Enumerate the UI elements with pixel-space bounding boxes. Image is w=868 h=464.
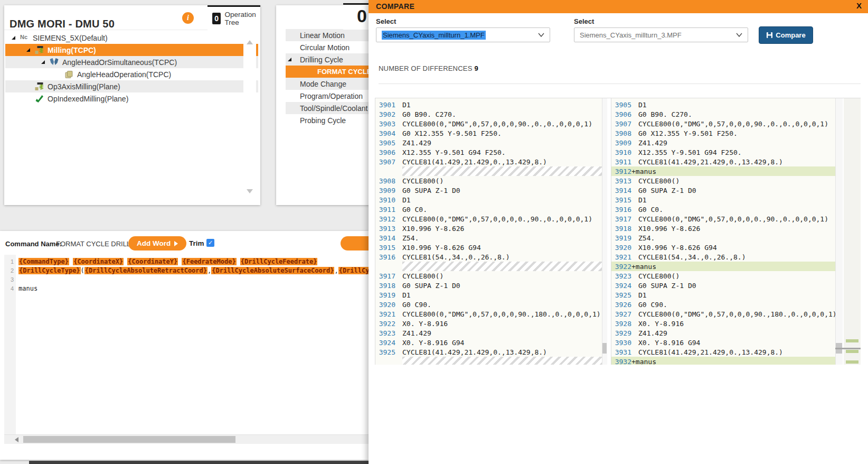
file-select-right[interactable]: Siemens_CYaxis_millturn_3.MPF (574, 27, 748, 42)
operation-tree: NcSIEMENS_5X(Default)Milling(TCPC)AngleH… (5, 32, 258, 105)
line-number: 3925 (611, 291, 631, 299)
line-text: G0 SUPA Z-1 D0 (402, 187, 460, 194)
hatch-pattern (402, 262, 607, 271)
line-number: 3906 (611, 110, 631, 118)
add-word-button[interactable]: Add Word (128, 236, 186, 250)
code-line: 3908CYCLE800() (375, 176, 607, 185)
code-line: 3925CYCLE81(41.429,21.429,0.,13.429,8.) (375, 347, 607, 357)
compare-button[interactable]: Compare (759, 26, 813, 44)
line-text: G0 C0. (638, 206, 663, 214)
machine-panel: DMG MORI - DMU 50 i 0 Operation Tree NcS… (4, 5, 260, 205)
trim-checkbox[interactable]: ✓ (206, 239, 214, 247)
command-list-item-label: Probing Cycle (300, 116, 346, 125)
line-text: CYCLE800() (402, 177, 444, 185)
tree-item-label: Milling(TCPC) (48, 46, 96, 54)
line-text: G0 C90. (402, 301, 431, 309)
compare-overlay: COMPARE X Select Select Siemens_CYaxis_m… (369, 0, 868, 464)
scrollbar-thumb-left[interactable] (602, 343, 607, 354)
window-edge (29, 461, 369, 464)
line-number: 3912 (611, 168, 631, 175)
select-label-right: Select (574, 17, 594, 25)
line-text: G0 X12.355 Y-9.501 F250. (638, 129, 738, 137)
tree-scrollbar[interactable] (243, 34, 256, 200)
hscroll-thumb[interactable] (23, 436, 235, 443)
line-number: 3932 (611, 358, 631, 365)
tree-item[interactable]: Op3AxisMilling(Plane) (5, 80, 258, 92)
line-text: X12.355 Y-9.501 G94 F250. (402, 149, 506, 156)
code-line: 3919Z54. (611, 233, 835, 243)
line-number: 3905 (611, 101, 631, 109)
code-line: 3923Z41.429 (375, 328, 607, 338)
line-number: 3901 (375, 101, 395, 109)
line-text: X10.996 Y-8.626 G94 (638, 244, 717, 252)
code-line: 3918X10.996 Y-8.626 (611, 224, 835, 233)
line-text: X0. Y-8.916 G94 (402, 339, 464, 347)
tree-item[interactable]: NcSIEMENS_5X(Default) (5, 32, 258, 44)
scroll-up-icon[interactable] (247, 40, 253, 44)
code-editor[interactable]: 1{CommandType} {CoordinateX} {Coordinate… (4, 257, 369, 293)
expand-icon[interactable] (12, 36, 15, 40)
expand-icon[interactable] (288, 58, 291, 61)
token: {DrillCycleAbsoluteRetractCoord} (84, 267, 207, 274)
line-text: D1 (402, 196, 411, 204)
tree-item[interactable]: AngleHeadOperation(TCPC) (5, 68, 258, 80)
chevron-down-icon (736, 33, 742, 37)
line-text: CYCLE800(0,"DMG",0,57,0,0,0,90.,0.,0.,0,… (402, 120, 592, 128)
diff-overview[interactable] (844, 98, 861, 365)
editor-hscrollbar[interactable] (4, 434, 369, 444)
command-list-item-label: Linear Motion (300, 31, 345, 40)
code-text: manus (18, 285, 37, 292)
trim-label: Trim (189, 239, 204, 247)
line-number: 3919 (375, 291, 395, 299)
line-number: 3913 (375, 225, 395, 233)
command-name-value: FORMAT CYCLE DRILL (56, 240, 130, 248)
info-icon[interactable]: i (182, 12, 194, 24)
line-number: 3915 (611, 196, 631, 204)
command-list-item-label: Drilling Cycle (300, 55, 343, 64)
operation-icon (64, 70, 73, 79)
tab-operation-tree[interactable]: 0 Operation Tree (207, 5, 260, 30)
code-line: 3913CYCLE800() (611, 176, 835, 185)
line-number: 3917 (375, 272, 395, 280)
tree-item[interactable]: OpIndexedMilling(Plane) (5, 92, 258, 105)
compare-button-label: Compare (776, 31, 805, 39)
pane-scrollbar-left[interactable] (602, 98, 607, 365)
code-line: 3919D1 (375, 290, 607, 300)
expand-icon[interactable] (41, 60, 45, 64)
diff-pane-left[interactable]: 3901D13902G0 B90. C270.3903CYCLE800(0,"D… (375, 98, 607, 365)
tree-item[interactable]: AngleHeadOrSimultaneous(TCPC) (5, 56, 258, 68)
diff-marker (846, 360, 858, 364)
tree-item[interactable]: Milling(TCPC) (5, 44, 258, 56)
line-number: 3930 (611, 339, 631, 347)
file-select-left[interactable]: Siemens_CYaxis_millturn_1.MPF (376, 27, 550, 42)
line-number: 3902 (375, 110, 395, 118)
code-line: 3907CYCLE800(0,"DMG",0,57,0,0,0,90.,0.,0… (611, 119, 835, 128)
line-number: 3905 (375, 139, 395, 147)
differences-count: 9 (475, 64, 478, 72)
pane-scrollbar-right[interactable] (835, 98, 843, 365)
line-text: G0 B90. C270. (402, 110, 456, 118)
line-number: 3911 (375, 206, 395, 214)
divider (379, 83, 861, 84)
code-line: 3920G0 C90. (375, 300, 607, 309)
expand-icon[interactable] (26, 48, 30, 52)
code-line: 3931CYCLE81(41.429,21.429,0.,13.429,8.) (611, 347, 835, 357)
command-list-item-label: Program/Operation (300, 92, 363, 100)
line-text: X10.996 Y-8.626 (638, 225, 700, 233)
diff-pane-right[interactable]: 3905D13906G0 B90. C270.3907CYCLE800(0,"D… (611, 98, 835, 365)
scroll-left-icon[interactable] (15, 437, 18, 442)
arrow-right-icon (174, 241, 178, 246)
line-text: Z41.429 (638, 329, 667, 337)
code-line: 3930X0. Y-8.916 G94 (611, 338, 835, 347)
line-number: 3920 (611, 244, 631, 252)
line-text: X0. Y-8.916 G94 (638, 339, 700, 347)
line-text: CYCLE800(0,"DMG",0,57,0,0,0,0.,90.,0.,0,… (638, 215, 828, 223)
line-number: 3911 (611, 158, 631, 166)
scroll-down-icon[interactable] (247, 189, 253, 193)
line-text: G0 B90. C270. (638, 110, 692, 118)
close-icon[interactable]: X (856, 1, 862, 10)
token: {CoordinateY} (127, 258, 178, 265)
operation-tree-tab-icon: 0 (212, 13, 221, 24)
code-line: 3905D1 (611, 100, 835, 109)
code-line: 3915D1 (611, 195, 835, 205)
